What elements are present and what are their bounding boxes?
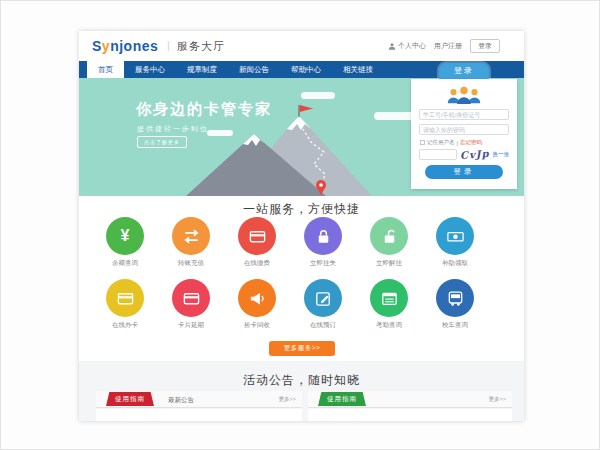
transfer-arrows-icon <box>182 227 201 246</box>
login-submit-button[interactable]: 登录 <box>425 165 503 179</box>
calendar-icon <box>380 289 399 308</box>
lock-icon <box>314 227 333 246</box>
bus-icon <box>446 289 465 308</box>
bank-card-icon <box>116 289 135 308</box>
nav-item-home[interactable]: 首页 <box>87 61 124 78</box>
services-title: 一站服务，方便快捷 <box>79 201 524 218</box>
password-input[interactable] <box>419 124 509 135</box>
service-transfer-recharge[interactable]: 转账充值 <box>158 217 224 268</box>
right-panel-tabbar: 使用指南 更多>> <box>308 391 512 408</box>
service-label: 在线办卡 <box>92 321 158 330</box>
service-label: 立即挂失 <box>290 259 356 268</box>
megaphone-icon <box>248 289 267 308</box>
header: Synjones | 服务大厅 个人中心 用户注册 登录 <box>79 31 524 61</box>
captcha-refresh-link[interactable]: 换一张 <box>493 151 510 158</box>
service-label: 转账充值 <box>158 259 224 268</box>
account-input[interactable] <box>419 109 509 120</box>
logo-text-rest: njones <box>110 38 158 54</box>
register-link[interactable]: 用户注册 <box>434 41 462 51</box>
left-panel-badge[interactable]: 使用指南 <box>106 392 154 406</box>
service-cancel-loss[interactable]: 立即解挂 <box>356 217 422 268</box>
personal-center-link[interactable]: 个人中心 <box>388 41 426 51</box>
service-label: 考勤查询 <box>356 321 422 330</box>
right-panel-more-link[interactable]: 更多>> <box>489 391 506 408</box>
options-divider: | <box>457 140 458 146</box>
right-panel-badge[interactable]: 使用指南 <box>318 392 366 406</box>
page: Synjones | 服务大厅 个人中心 用户注册 登录 首页 服务中心 规章制… <box>79 31 524 421</box>
left-panel-content <box>96 409 302 421</box>
service-label: 校车查询 <box>422 321 488 330</box>
nav-item-news[interactable]: 新闻公告 <box>228 61 280 78</box>
login-options: 记住用户名 | 忘记密码 <box>420 139 508 146</box>
service-card-extension[interactable]: 卡片延期 <box>158 279 224 330</box>
logo[interactable]: Synjones <box>92 38 158 54</box>
personal-center-label: 个人中心 <box>398 41 426 51</box>
service-label: 立即解挂 <box>356 259 422 268</box>
header-login-button[interactable]: 登录 <box>470 39 500 53</box>
captcha-image[interactable]: CvJp <box>460 148 490 161</box>
remember-label: 记住用户名 <box>427 139 455 146</box>
screenshot-canvas: Synjones | 服务大厅 个人中心 用户注册 登录 首页 服务中心 规章制… <box>0 0 600 450</box>
cloud-decoration <box>301 92 335 99</box>
hero-title: 你身边的卡管专家 <box>136 100 272 119</box>
more-services-button[interactable]: 更多服务>> <box>269 341 335 356</box>
users-group-icon <box>444 85 484 106</box>
left-panel-more-link[interactable]: 更多>> <box>279 391 296 408</box>
login-tab[interactable]: 登录 <box>439 63 489 79</box>
user-icon <box>388 42 396 51</box>
service-found-card-return[interactable]: 捡卡回收 <box>224 279 290 330</box>
unlock-icon <box>380 227 399 246</box>
forgot-password-link[interactable]: 忘记密码 <box>460 139 482 146</box>
hero-subtitle: 提供捷径一步到位 <box>137 124 209 134</box>
captcha-row: CvJp 换一张 <box>419 149 509 160</box>
announcements-title: 活动公告，随时知晓 <box>79 372 524 389</box>
service-balance-inquiry[interactable]: ¥ 余额查询 <box>92 217 158 268</box>
remember-checkbox[interactable] <box>420 140 425 145</box>
service-label: 捡卡回收 <box>224 321 290 330</box>
left-panel-tabbar: 使用指南 最新公告 更多>> <box>96 391 302 408</box>
nav-item-rules[interactable]: 规章制度 <box>176 61 228 78</box>
service-label: 在线缴费 <box>224 259 290 268</box>
nav-item-service-center[interactable]: 服务中心 <box>124 61 176 78</box>
service-subsidy-collect[interactable]: 补助领取 <box>422 217 488 268</box>
captcha-input[interactable] <box>419 149 457 160</box>
service-label: 补助领取 <box>422 259 488 268</box>
site-name: 服务大厅 <box>177 39 225 54</box>
yen-icon: ¥ <box>121 228 130 244</box>
right-panel-content <box>308 409 512 421</box>
edit-icon <box>314 289 333 308</box>
header-links: 个人中心 用户注册 登录 <box>388 39 500 53</box>
bank-card-icon <box>182 289 201 308</box>
hero-cta-button[interactable]: 点击了解更多 <box>137 136 187 148</box>
service-online-card-apply[interactable]: 在线办卡 <box>92 279 158 330</box>
bank-card-icon <box>248 227 267 246</box>
register-label: 用户注册 <box>434 41 462 51</box>
service-report-loss[interactable]: 立即挂失 <box>290 217 356 268</box>
logo-divider: | <box>167 39 170 51</box>
service-online-booking[interactable]: 在线预订 <box>290 279 356 330</box>
nav-item-help-center[interactable]: 帮助中心 <box>280 61 332 78</box>
logo-text: S <box>92 38 102 54</box>
service-label: 余额查询 <box>92 259 158 268</box>
service-label: 卡片延期 <box>158 321 224 330</box>
logo-accent: y <box>102 38 110 54</box>
login-panel: 登录 记住用户名 | 忘记密码 CvJp 换一张 登录 <box>411 63 517 189</box>
banknote-icon <box>446 227 465 246</box>
service-label: 在线预订 <box>290 321 356 330</box>
service-attendance-inquiry[interactable]: 考勤查询 <box>356 279 422 330</box>
nav-item-links[interactable]: 相关链接 <box>332 61 384 78</box>
service-online-payment[interactable]: 在线缴费 <box>224 217 290 268</box>
service-school-bus-inquiry[interactable]: 校车查询 <box>422 279 488 330</box>
latest-announcements-tab[interactable]: 最新公告 <box>168 391 194 408</box>
login-form: 记住用户名 | 忘记密码 CvJp 换一张 登录 <box>411 79 517 189</box>
